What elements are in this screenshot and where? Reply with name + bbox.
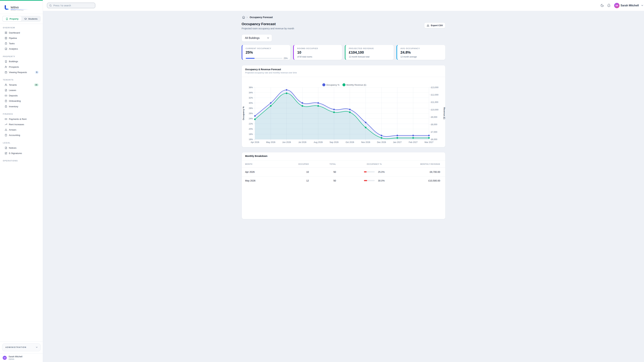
- svg-text:Jun 2026: Jun 2026: [282, 141, 291, 143]
- svg-text:Aug 2026: Aug 2026: [314, 141, 322, 143]
- svg-text:24%: 24%: [248, 117, 253, 120]
- svg-text:18%: 18%: [248, 133, 253, 135]
- svg-text:Occupancy %: Occupancy %: [242, 106, 245, 120]
- svg-text:28%: 28%: [248, 107, 253, 109]
- svg-text:26%: 26%: [248, 112, 253, 115]
- svg-text:Apr 2026: Apr 2026: [250, 141, 259, 143]
- svg-text:20%: 20%: [248, 128, 253, 130]
- svg-text:16%: 16%: [248, 138, 253, 141]
- svg-text:May 2026: May 2026: [266, 141, 275, 143]
- svg-text:30%: 30%: [248, 102, 253, 104]
- svg-text:34%: 34%: [248, 91, 253, 94]
- svg-text:32%: 32%: [248, 97, 253, 99]
- svg-text:Jul 2026: Jul 2026: [298, 141, 306, 143]
- svg-text:22%: 22%: [248, 123, 253, 125]
- svg-text:36%: 36%: [248, 86, 253, 89]
